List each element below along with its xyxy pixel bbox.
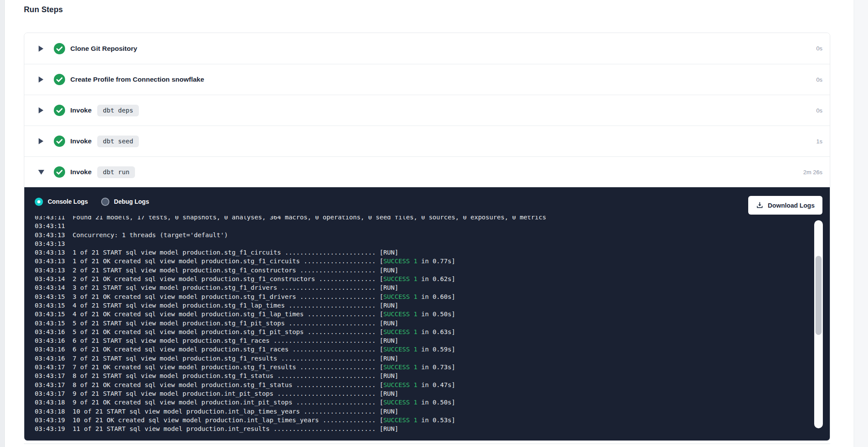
log-line: 03:43:16 7 of 21 START sql view model pr… <box>35 354 812 363</box>
log-line: 03:43:17 8 of 21 START sql view model pr… <box>35 371 812 380</box>
log-line: 03:43:19 10 of 21 OK created sql view mo… <box>35 416 812 424</box>
log-line: 03:43:16 5 of 21 OK created sql view mod… <box>35 328 812 336</box>
step-duration: 0s <box>816 107 822 114</box>
step-row[interactable]: Invokedbt run2m 26s <box>24 156 830 187</box>
log-toolbar: Console Logs Debug Logs Download Logs <box>24 187 830 216</box>
log-line: 03:43:15 3 of 21 OK created sql view mod… <box>35 292 812 301</box>
log-line: 03:43:14 3 of 21 START sql view model pr… <box>35 283 812 292</box>
log-status-success: SUCCESS 1 <box>383 346 418 353</box>
step-duration: 0s <box>816 76 822 83</box>
step-list: Clone Git Repository0sCreate Profile fro… <box>24 33 830 187</box>
chevron-right-icon[interactable] <box>39 76 44 83</box>
log-line: 03:43:13 2 of 21 START sql view model pr… <box>35 266 812 275</box>
step-row[interactable]: Invokedbt seed1s <box>24 126 830 156</box>
log-status-success: SUCCESS 1 <box>383 293 418 300</box>
console-logs-option[interactable]: Console Logs <box>35 198 88 206</box>
log-line: 03:43:11 Found 21 models, 17 tests, 0 sn… <box>35 216 812 222</box>
download-logs-label: Download Logs <box>768 202 815 209</box>
log-line: 03:43:14 2 of 21 OK created sql view mod… <box>35 275 812 283</box>
step-duration: 2m 26s <box>803 169 822 175</box>
debug-logs-label: Debug Logs <box>114 198 149 205</box>
debug-logs-option[interactable]: Debug Logs <box>101 198 149 206</box>
next-step-card-top-edge <box>24 444 830 444</box>
log-scrollbar-track[interactable] <box>814 220 823 428</box>
console-log-output: 03:43:11 Found 21 models, 17 tests, 0 sn… <box>35 216 812 437</box>
log-status-success: SUCCESS 1 <box>383 364 418 371</box>
log-line: 03:43:15 4 of 21 START sql view model pr… <box>35 301 812 310</box>
step-title: Invoke <box>70 106 92 114</box>
log-line: 03:43:11 <box>35 222 812 230</box>
log-panel: Console Logs Debug Logs Download Logs 03… <box>24 187 830 440</box>
log-status-success: SUCCESS 1 <box>383 275 418 282</box>
log-line: 03:43:17 7 of 21 OK created sql view mod… <box>35 363 812 371</box>
check-circle-icon <box>54 105 65 116</box>
log-status-success: SUCCESS 1 <box>383 381 418 388</box>
check-circle-icon <box>54 74 65 85</box>
check-circle-icon <box>54 43 65 54</box>
step-row[interactable]: Clone Git Repository0s <box>24 33 830 64</box>
log-status-success: SUCCESS 1 <box>383 328 418 335</box>
chevron-right-icon[interactable] <box>39 107 44 113</box>
command-chip: dbt deps <box>97 105 139 116</box>
step-duration: 1s <box>816 138 822 145</box>
command-chip: dbt seed <box>97 136 139 147</box>
download-logs-button[interactable]: Download Logs <box>748 196 822 215</box>
check-circle-icon <box>54 166 65 178</box>
log-line: 03:43:13 1 of 21 START sql view model pr… <box>35 248 812 257</box>
step-title: Invoke <box>70 137 92 145</box>
page-right-edge <box>854 0 868 447</box>
step-title: Create Profile from Connection snowflake <box>70 76 204 83</box>
command-chip: dbt run <box>97 166 135 178</box>
check-circle-icon <box>54 136 65 147</box>
radio-unselected-icon[interactable] <box>101 198 109 206</box>
log-line: 03:43:15 5 of 21 START sql view model pr… <box>35 319 812 328</box>
chevron-right-icon[interactable] <box>39 46 44 52</box>
radio-selected-icon[interactable] <box>35 198 43 206</box>
download-icon <box>756 202 763 209</box>
log-status-success: SUCCESS 1 <box>383 311 418 318</box>
log-line: 03:43:17 9 of 21 START sql view model pr… <box>35 389 812 398</box>
log-line: 03:43:18 10 of 21 START sql view model p… <box>35 407 812 416</box>
log-status-success: SUCCESS 1 <box>383 399 418 406</box>
log-line: 03:43:16 6 of 21 OK created sql view mod… <box>35 345 812 354</box>
log-line: 03:43:18 9 of 21 OK created sql view mod… <box>35 398 812 407</box>
console-logs-label: Console Logs <box>48 198 88 205</box>
log-status-success: SUCCESS 1 <box>383 417 418 424</box>
log-line: 03:43:19 11 of 21 START sql view model p… <box>35 424 812 433</box>
chevron-right-icon[interactable] <box>39 138 44 144</box>
step-row[interactable]: Invokedbt deps0s <box>24 95 830 126</box>
step-row[interactable]: Create Profile from Connection snowflake… <box>24 64 830 95</box>
log-line: 03:43:17 8 of 21 OK created sql view mod… <box>35 381 812 389</box>
log-line: 03:43:15 4 of 21 OK created sql view mod… <box>35 310 812 318</box>
step-duration: 0s <box>816 45 822 52</box>
chevron-down-icon[interactable] <box>39 169 44 175</box>
step-title: Clone Git Repository <box>70 45 137 53</box>
log-line: 03:43:13 <box>35 239 812 248</box>
log-line: 03:43:13 Concurrency: 1 threads (target=… <box>35 231 812 239</box>
page-left-edge <box>0 0 5 447</box>
page-title: Run Steps <box>24 5 63 14</box>
log-status-success: SUCCESS 1 <box>383 258 418 265</box>
step-title: Invoke <box>70 168 92 176</box>
log-scrollbar-thumb[interactable] <box>815 256 822 335</box>
run-steps-card: Clone Git Repository0sCreate Profile fro… <box>24 33 830 441</box>
log-line: 03:43:16 6 of 21 START sql view model pr… <box>35 336 812 345</box>
log-line: 03:43:13 1 of 21 OK created sql view mod… <box>35 257 812 265</box>
